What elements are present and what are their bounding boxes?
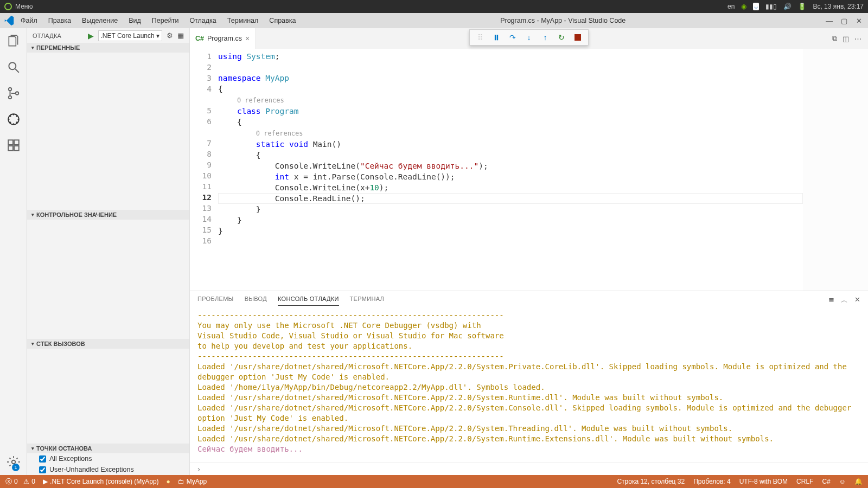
menu-terminal[interactable]: Терминал — [223, 15, 263, 27]
configure-gear-icon[interactable]: ⚙ — [167, 31, 173, 40]
tab-label: Program.cs — [207, 35, 242, 42]
panel-close-icon[interactable]: ✕ — [854, 296, 860, 305]
status-encoding[interactable]: UTF-8 with BOM — [739, 478, 788, 485]
status-eol[interactable]: CRLF — [796, 478, 813, 485]
menu-file[interactable]: Файл — [16, 15, 42, 27]
debug-console-input[interactable]: › — [190, 462, 868, 475]
window-title: Program.cs - MyApp - Visual Studio Code — [300, 17, 826, 24]
menu-help[interactable]: Справка — [265, 15, 300, 27]
menu-go[interactable]: Перейти — [148, 15, 183, 27]
window-minimize-icon[interactable]: ― — [826, 17, 833, 24]
bluetooth-icon[interactable]: ⌵ — [753, 3, 759, 10]
codelens[interactable]: 0 references — [256, 130, 303, 137]
bottom-panel: ПРОБЛЕМЫ ВЫВОД КОНСОЛЬ ОТЛАДКИ ТЕРМИНАЛ … — [190, 291, 868, 475]
csharp-file-icon: C# — [195, 35, 204, 42]
debug-step-into-button[interactable]: ↓ — [522, 30, 536, 44]
status-feedback-icon[interactable]: ☺ — [839, 478, 846, 485]
minimap[interactable] — [803, 49, 868, 291]
status-errors[interactable]: ⓧ 0 ⚠ 0 — [5, 477, 35, 486]
explorer-icon[interactable] — [6, 34, 21, 49]
settings-badge: 1 — [12, 464, 20, 471]
window-maximize-icon[interactable]: ▢ — [841, 17, 848, 24]
panel-tab-terminal[interactable]: ТЕРМИНАЛ — [350, 296, 384, 306]
editor-area: ⠿ ⏸ ↷ ↓ ↑ ↻ C# Program.cs × ⧉ ◫ ⋯ 123456… — [190, 28, 868, 475]
compare-icon[interactable]: ⧉ — [832, 34, 837, 43]
os-taskbar: Меню en ◉ ⌵ ▮▮▯ 🔊 🔋 Вс, 13 янв, 23:17 — [0, 0, 868, 13]
section-callstack[interactable]: СТЕК ВЫЗОВОВ — [27, 339, 189, 349]
svg-rect-5 — [8, 140, 13, 145]
status-notifications-icon[interactable]: 🔔 — [854, 478, 863, 485]
breakpoint-all-exceptions[interactable]: All Exceptions — [27, 453, 189, 464]
codelens[interactable]: 0 references — [237, 97, 284, 104]
titlebar: Файл Правка Выделение Вид Перейти Отладк… — [0, 13, 868, 28]
split-editor-icon[interactable]: ◫ — [843, 35, 849, 43]
menu-view[interactable]: Вид — [124, 15, 145, 27]
battery-icon[interactable]: 🔋 — [798, 3, 806, 10]
start-debug-button[interactable]: ▶ — [88, 31, 94, 40]
panel-tab-output[interactable]: ВЫВОД — [245, 296, 267, 306]
source-control-icon[interactable] — [6, 86, 21, 101]
debug-restart-button[interactable]: ↻ — [554, 30, 569, 44]
more-actions-icon[interactable]: ⋯ — [854, 35, 861, 43]
settings-gear-icon[interactable]: 1 — [6, 454, 21, 470]
menu-debug[interactable]: Отладка — [185, 15, 220, 27]
svg-point-2 — [8, 96, 11, 99]
panel-collapse-icon[interactable]: ︿ — [841, 296, 848, 305]
section-variables[interactable]: ПЕРЕМЕННЫЕ — [27, 43, 189, 53]
statusbar: ⓧ 0 ⚠ 0 ▶ .NET Core Launch (console) (My… — [0, 475, 868, 488]
tab-program-cs[interactable]: C# Program.cs × — [190, 28, 256, 49]
activity-bar: 1 — [0, 28, 27, 475]
breakpoint-user-checkbox[interactable] — [39, 466, 46, 473]
menu-selection[interactable]: Выделение — [78, 15, 122, 27]
code-editor[interactable]: using System; namespace MyApp { 0 refere… — [218, 49, 803, 291]
launch-config-select[interactable]: .NET Core Launch ▾ — [98, 30, 163, 41]
debug-icon[interactable] — [6, 112, 21, 127]
tab-close-icon[interactable]: × — [245, 34, 250, 43]
svg-point-3 — [15, 92, 18, 94]
svg-point-0 — [9, 62, 16, 69]
svg-rect-7 — [8, 146, 13, 151]
os-menu-label[interactable]: Меню — [15, 3, 33, 10]
extensions-icon[interactable] — [6, 138, 21, 153]
status-cursor-position[interactable]: Строка 12, столбец 32 — [617, 478, 685, 485]
keyboard-lang[interactable]: en — [727, 3, 735, 10]
svg-point-1 — [8, 88, 11, 91]
status-indentation[interactable]: Пробелов: 4 — [693, 478, 731, 485]
status-launch-config[interactable]: ▶ .NET Core Launch (console) (MyApp) — [43, 478, 159, 485]
debug-grip-icon[interactable]: ⠿ — [473, 30, 487, 44]
debug-console-toggle-icon[interactable]: ▦ — [177, 31, 184, 40]
debug-stop-button[interactable] — [571, 30, 585, 44]
line-gutter: 12345678910111213141516 — [190, 49, 218, 291]
debug-console-output[interactable]: ----------------------------------------… — [190, 306, 868, 462]
os-menu-icon[interactable] — [4, 3, 12, 10]
clock[interactable]: Вс, 13 янв, 23:17 — [813, 3, 864, 10]
svg-rect-6 — [14, 140, 19, 145]
menu-edit[interactable]: Правка — [44, 15, 75, 27]
breakpoint-all-checkbox[interactable] — [39, 455, 46, 463]
vscode-logo-icon — [4, 16, 14, 25]
debug-step-out-button[interactable]: ↑ — [538, 30, 552, 44]
network-icon[interactable]: ▮▮▯ — [765, 3, 777, 10]
panel-clear-icon[interactable]: ≣ — [828, 296, 834, 305]
status-folder[interactable]: 🗀 MyApp — [178, 478, 207, 485]
status-running-indicator: ● — [167, 478, 170, 485]
debug-step-over-button[interactable]: ↷ — [506, 30, 520, 44]
window-close-icon[interactable]: ✕ — [856, 17, 864, 24]
nvidia-icon: ◉ — [741, 3, 746, 10]
panel-tab-debug-console[interactable]: КОНСОЛЬ ОТЛАДКИ — [278, 296, 339, 306]
svg-rect-8 — [14, 146, 19, 151]
debug-toolbar[interactable]: ⠿ ⏸ ↷ ↓ ↑ ↻ — [469, 29, 589, 46]
breakpoint-user-exceptions[interactable]: User-Unhandled Exceptions — [27, 464, 189, 475]
volume-icon[interactable]: 🔊 — [783, 3, 792, 10]
sidebar-view-title: ОТЛАДКА — [33, 33, 61, 39]
svg-point-4 — [8, 114, 19, 125]
debug-sidebar: ОТЛАДКА ▶ .NET Core Launch ▾ ⚙ ▦ ПЕРЕМЕН… — [27, 28, 190, 475]
status-language[interactable]: C# — [822, 478, 830, 485]
section-breakpoints[interactable]: ТОЧКИ ОСТАНОВА — [27, 444, 189, 453]
debug-pause-button[interactable]: ⏸ — [489, 30, 503, 44]
search-icon[interactable] — [6, 60, 21, 75]
section-watch[interactable]: КОНТРОЛЬНОЕ ЗНАЧЕНИЕ — [27, 210, 189, 220]
panel-tab-problems[interactable]: ПРОБЛЕМЫ — [197, 296, 234, 306]
